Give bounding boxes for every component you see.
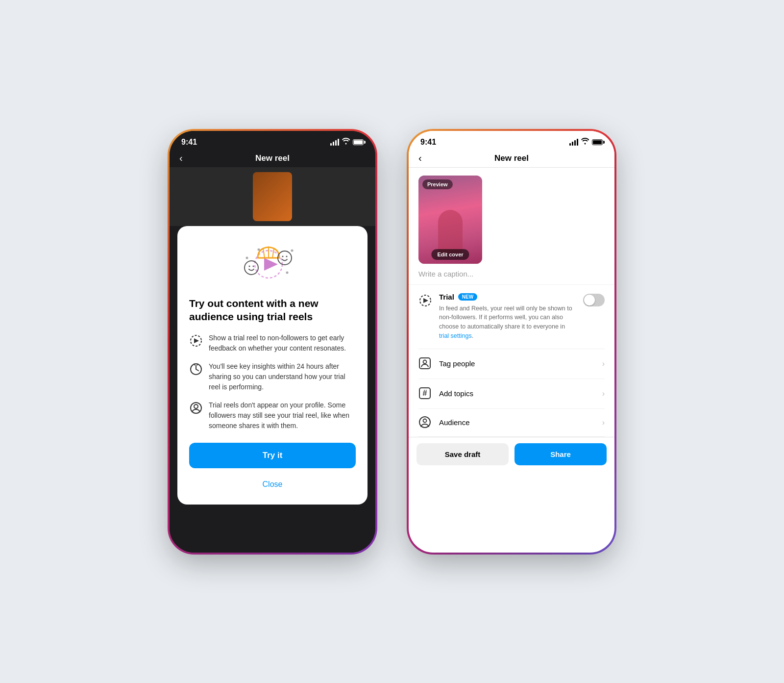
feature-item-1: Show a trial reel to non-followers to ge… [189, 333, 356, 354]
tag-people-label: Tag people [439, 359, 595, 368]
trial-settings-link[interactable]: trial settings [439, 332, 472, 339]
right-nav-title: New reel [494, 153, 529, 163]
right-wifi-icon [581, 138, 589, 146]
svg-point-8 [245, 261, 258, 275]
right-phone: 9:41 ‹ New ree [409, 131, 614, 553]
video-preview-bg [170, 167, 375, 226]
left-battery-icon [353, 139, 364, 145]
tag-people-icon [418, 357, 432, 371]
left-phone-wrapper: 9:41 ‹ New ree [168, 129, 377, 555]
edit-cover-button[interactable]: Edit cover [431, 249, 469, 260]
trial-row: Trial NEW In feed and Reels, your reel w… [418, 285, 605, 349]
audience-row[interactable]: Audience › [418, 409, 605, 437]
trial-reel-icon [189, 334, 203, 348]
svg-marker-25 [423, 298, 428, 303]
svg-point-7 [286, 256, 288, 257]
left-nav-title: New reel [255, 153, 290, 163]
trial-toggle[interactable] [583, 294, 605, 306]
close-button[interactable]: Close [189, 476, 356, 493]
left-nav-bar: ‹ New reel [170, 150, 375, 167]
settings-section: Trial NEW In feed and Reels, your reel w… [409, 285, 614, 437]
right-back-button[interactable]: ‹ [418, 152, 422, 164]
left-signal-icon [330, 139, 339, 146]
illustration-svg [233, 241, 312, 287]
try-it-button[interactable]: Try it [189, 443, 356, 468]
audience-label: Audience [439, 418, 595, 427]
bottom-bar: Save draft Share [409, 437, 614, 471]
svg-point-10 [253, 266, 254, 267]
caption-placeholder[interactable]: Write a caption... [418, 270, 473, 278]
svg-line-19 [196, 369, 198, 371]
svg-marker-1 [264, 258, 278, 271]
video-area: Preview Edit cover [409, 168, 614, 264]
new-badge: NEW [458, 293, 477, 301]
svg-point-31 [423, 419, 427, 422]
trial-content: Trial NEW In feed and Reels, your reel w… [439, 293, 576, 341]
svg-point-13 [246, 257, 248, 259]
feature-item-2: You'll see key insights within 24 hours … [189, 361, 356, 392]
trial-description: In feed and Reels, your reel will only b… [439, 304, 576, 341]
svg-marker-16 [194, 338, 199, 343]
feature-list: Show a trial reel to non-followers to ge… [189, 333, 356, 431]
left-phone-bg: Try out content with a new audience usin… [170, 167, 375, 553]
left-back-button[interactable]: ‹ [179, 152, 183, 164]
left-status-time: 9:41 [181, 138, 197, 147]
trial-reels-illustration [189, 240, 356, 289]
tag-people-row[interactable]: Tag people › [418, 349, 605, 379]
svg-line-3 [263, 249, 265, 258]
preview-label[interactable]: Preview [422, 179, 453, 189]
share-button[interactable]: Share [514, 443, 607, 465]
svg-point-23 [194, 405, 198, 408]
svg-point-6 [282, 256, 284, 257]
right-nav-bar: ‹ New reel [409, 150, 614, 168]
svg-point-27 [423, 360, 427, 363]
right-status-time: 9:41 [420, 138, 436, 147]
profile-icon [189, 401, 203, 415]
right-signal-icon [569, 139, 578, 146]
tag-people-chevron: › [602, 359, 605, 368]
save-draft-button[interactable]: Save draft [416, 443, 509, 465]
feature-item-3: Trial reels don't appear on your profile… [189, 400, 356, 431]
audience-icon [418, 416, 432, 430]
left-status-icons [330, 138, 364, 146]
add-topics-row[interactable]: # Add topics › [418, 379, 605, 409]
video-preview-thumbnail [253, 172, 292, 221]
add-topics-label: Add topics [439, 389, 595, 398]
trial-header: Trial NEW [439, 293, 576, 301]
svg-point-9 [249, 266, 250, 267]
svg-point-12 [286, 272, 289, 274]
left-status-bar: 9:41 [170, 131, 375, 150]
left-wifi-icon [342, 138, 350, 146]
video-thumbnail[interactable]: Preview Edit cover [418, 176, 482, 264]
feature-text-1: Show a trial reel to non-followers to ge… [209, 333, 356, 354]
svg-point-14 [291, 250, 294, 252]
add-topics-chevron: › [602, 389, 605, 398]
audience-chevron: › [602, 418, 605, 427]
right-phone-wrapper: 9:41 ‹ New ree [407, 129, 616, 555]
svg-point-11 [258, 249, 260, 251]
trial-reels-card: Try out content with a new audience usin… [177, 226, 368, 505]
clock-icon [189, 362, 203, 376]
trial-section-icon [418, 294, 432, 307]
right-status-bar: 9:41 [409, 131, 614, 150]
feature-text-2: You'll see key insights within 24 hours … [209, 361, 356, 392]
left-phone: 9:41 ‹ New ree [170, 131, 375, 553]
add-topics-icon: # [418, 387, 432, 401]
caption-area[interactable]: Write a caption... [409, 264, 614, 285]
card-title: Try out content with a new audience usin… [189, 297, 356, 324]
feature-text-3: Trial reels don't appear on your profile… [209, 400, 356, 431]
svg-line-4 [272, 249, 274, 258]
svg-text:#: # [423, 389, 427, 397]
trial-label: Trial [439, 293, 454, 301]
right-battery-icon [592, 139, 603, 145]
right-status-icons [569, 138, 603, 146]
